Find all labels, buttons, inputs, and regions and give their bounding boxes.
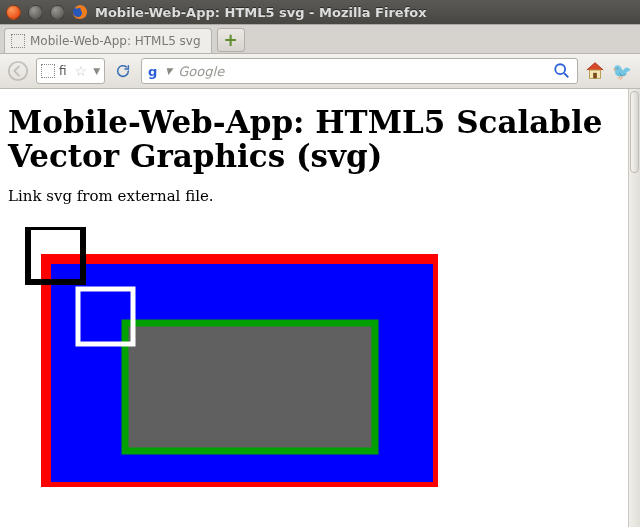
page-title: Mobile-Web-App: HTML5 Scalable Vector Gr…	[8, 105, 622, 173]
search-box[interactable]: goog ▼ Google	[141, 58, 578, 84]
window-titlebar: Mobile-Web-App: HTML5 svg - Mozilla Fire…	[0, 0, 640, 24]
scrollbar-thumb[interactable]	[630, 91, 639, 173]
page-paragraph: Link svg from external file.	[8, 187, 622, 205]
addon-icon[interactable]: 🐦	[612, 62, 634, 80]
search-engine-dropdown-icon[interactable]: ▼	[165, 66, 172, 76]
new-tab-button[interactable]: +	[217, 28, 245, 52]
page-content: Mobile-Web-App: HTML5 Scalable Vector Gr…	[8, 89, 622, 491]
tab-label: Mobile-Web-App: HTML5 svg	[30, 34, 201, 48]
search-icon[interactable]	[553, 62, 571, 80]
address-dropdown-icon[interactable]: ▼	[93, 66, 100, 76]
firefox-icon	[72, 4, 88, 20]
page-viewport: Mobile-Web-App: HTML5 Scalable Vector Gr…	[0, 89, 640, 527]
svg-line-3	[564, 73, 568, 77]
page-favicon	[11, 34, 25, 48]
search-placeholder: Google	[178, 64, 547, 79]
window-minimize-button[interactable]	[28, 5, 43, 20]
address-text: fi	[59, 64, 67, 78]
reload-button[interactable]	[111, 59, 135, 83]
home-button[interactable]	[584, 60, 606, 82]
scrollbar[interactable]	[628, 89, 640, 527]
nav-toolbar: fi ☆ ▼ goog ▼ Google 🐦	[0, 54, 640, 89]
svg-inner-rect	[125, 323, 375, 451]
svg-rect-5	[593, 73, 597, 79]
site-identity-icon[interactable]	[41, 64, 55, 78]
svg-demo	[8, 227, 438, 487]
bookmark-star-icon[interactable]: ☆	[75, 63, 88, 79]
address-bar[interactable]: fi ☆ ▼	[36, 58, 105, 84]
tab-active[interactable]: Mobile-Web-App: HTML5 svg	[4, 28, 212, 53]
google-logo-icon: goog	[148, 64, 157, 79]
svg-point-2	[555, 64, 565, 74]
back-button[interactable]	[6, 59, 30, 83]
window-close-button[interactable]	[6, 5, 21, 20]
window-maximize-button[interactable]	[50, 5, 65, 20]
window-title: Mobile-Web-App: HTML5 svg - Mozilla Fire…	[95, 5, 427, 20]
tab-strip: Mobile-Web-App: HTML5 svg +	[0, 24, 640, 54]
svg-point-1	[9, 62, 27, 80]
